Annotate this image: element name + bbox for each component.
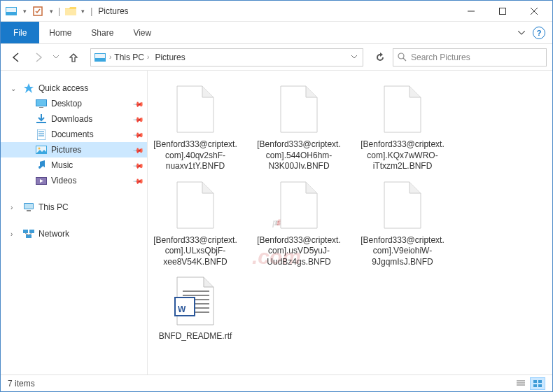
unknown-file-icon bbox=[378, 82, 427, 136]
music-icon bbox=[36, 160, 47, 171]
nav-bar: › This PC › Pictures Search Pictures bbox=[1, 44, 552, 71]
unknown-file-icon bbox=[274, 178, 323, 232]
svg-rect-6 bbox=[499, 8, 505, 14]
desktop-icon bbox=[36, 98, 47, 109]
breadcrumb-this-pc[interactable]: This PC › bbox=[111, 52, 152, 62]
this-pc-label: This PC bbox=[38, 202, 69, 212]
breadcrumb-dropdown[interactable] bbox=[346, 55, 363, 59]
svg-rect-11 bbox=[95, 58, 105, 61]
svg-rect-50 bbox=[538, 384, 542, 387]
sidebar-item-label: Desktop bbox=[51, 99, 82, 108]
svg-rect-29 bbox=[27, 210, 31, 211]
sidebar-item-music[interactable]: Music📌 bbox=[1, 158, 147, 173]
item-count: 7 items bbox=[8, 379, 35, 388]
search-input[interactable]: Search Pictures bbox=[393, 48, 547, 66]
close-button[interactable] bbox=[518, 1, 550, 21]
file-label: [Benford333@criptext.com].40qv2shF-nuaxv… bbox=[153, 139, 237, 172]
tab-home[interactable]: Home bbox=[39, 22, 81, 43]
this-pc-node[interactable]: › This PC bbox=[1, 200, 147, 215]
sidebar-item-label: Pictures bbox=[51, 145, 81, 155]
chevron-right-icon[interactable]: › bbox=[10, 230, 19, 238]
quick-access-toolbar: ▾ ▾ bbox=[4, 4, 55, 19]
sidebar-item-label: Downloads bbox=[51, 114, 92, 124]
qat-dropdown[interactable]: ▾ bbox=[20, 4, 29, 19]
svg-line-13 bbox=[403, 58, 406, 61]
forward-button[interactable] bbox=[29, 48, 48, 67]
maximize-button[interactable] bbox=[486, 1, 518, 21]
recent-dropdown[interactable] bbox=[51, 48, 61, 67]
sidebar-item-label: Documents bbox=[51, 130, 94, 139]
unknown-file-icon bbox=[171, 82, 220, 136]
up-button[interactable] bbox=[64, 48, 83, 67]
help-icon[interactable]: ? bbox=[533, 27, 545, 39]
pin-icon: 📌 bbox=[133, 160, 144, 171]
qat-customize-dropdown[interactable]: ▾ bbox=[81, 8, 85, 15]
pictures-location-icon bbox=[91, 53, 109, 62]
pin-icon: 📌 bbox=[133, 175, 144, 186]
file-tab[interactable]: File bbox=[1, 22, 39, 43]
file-item[interactable]: WBNFD_README.rtf bbox=[153, 274, 237, 342]
svg-rect-47 bbox=[533, 380, 537, 383]
svg-rect-28 bbox=[24, 204, 33, 209]
breadcrumb[interactable]: › This PC › Pictures bbox=[90, 48, 363, 66]
svg-rect-30 bbox=[23, 230, 28, 233]
title-bar: ▾ ▾ | ▾ | Pictures bbox=[1, 1, 552, 22]
file-label: [Benford333@criptext.com].KQx7wWRO-iTtxz… bbox=[360, 139, 444, 172]
file-label: [Benford333@criptext.com].V9eiohiW-9Jgqm… bbox=[360, 235, 444, 268]
file-item[interactable]: [Benford333@criptext.com].KQx7wWRO-iTtxz… bbox=[360, 82, 444, 172]
file-item[interactable]: [Benford333@criptext.com].V9eiohiW-9Jgqm… bbox=[360, 178, 444, 268]
file-label: [Benford333@criptext.com].usVD5yuJ-UudBz… bbox=[257, 235, 341, 268]
sidebar-item-desktop[interactable]: Desktop📌 bbox=[1, 96, 147, 111]
file-label: BNFD_README.rtf bbox=[159, 331, 232, 342]
icons-view-button[interactable] bbox=[530, 377, 545, 390]
properties-icon[interactable] bbox=[30, 4, 46, 19]
svg-rect-17 bbox=[36, 122, 46, 123]
unknown-file-icon bbox=[171, 178, 220, 232]
pin-icon: 📌 bbox=[133, 98, 144, 109]
file-item[interactable]: [Benford333@criptext.com].usVD5yuJ-UudBz… bbox=[257, 178, 341, 268]
pin-icon: 📌 bbox=[133, 113, 144, 125]
window-title: Pictures bbox=[98, 6, 128, 16]
chevron-right-icon[interactable]: › bbox=[10, 204, 19, 211]
network-icon bbox=[23, 228, 34, 239]
svg-point-24 bbox=[38, 148, 41, 150]
tab-share[interactable]: Share bbox=[81, 22, 123, 43]
breadcrumb-pictures[interactable]: Pictures bbox=[152, 52, 188, 62]
sidebar-item-label: Music bbox=[51, 160, 73, 170]
sidebar-item-downloads[interactable]: Downloads📌 bbox=[1, 111, 147, 127]
folder-icon bbox=[63, 4, 78, 19]
sidebar-item-videos[interactable]: Videos📌 bbox=[1, 173, 147, 188]
pictures-icon[interactable] bbox=[4, 4, 19, 19]
ribbon: File Home Share View ? bbox=[1, 22, 552, 44]
quick-access-node[interactable]: ⌄ Quick access bbox=[1, 80, 147, 96]
qat-dropdown-2[interactable]: ▾ bbox=[47, 4, 55, 19]
svg-rect-2 bbox=[6, 12, 16, 15]
chevron-down-icon[interactable]: ⌄ bbox=[10, 85, 19, 92]
network-node[interactable]: › Network bbox=[1, 226, 147, 241]
tab-view[interactable]: View bbox=[123, 22, 161, 43]
details-view-button[interactable] bbox=[513, 377, 528, 390]
documents-icon bbox=[36, 129, 47, 140]
sidebar-item-documents[interactable]: Documents📌 bbox=[1, 127, 147, 142]
back-button[interactable] bbox=[6, 48, 26, 67]
unknown-file-icon bbox=[378, 178, 427, 232]
search-placeholder: Search Pictures bbox=[411, 52, 470, 62]
pictures-icon bbox=[36, 144, 47, 155]
separator: | bbox=[90, 6, 92, 16]
search-icon bbox=[398, 52, 407, 62]
navigation-tree: ⌄ Quick access Desktop📌Downloads📌Documen… bbox=[1, 71, 148, 374]
sidebar-item-pictures[interactable]: Pictures📌 bbox=[1, 142, 147, 158]
svg-rect-31 bbox=[29, 230, 34, 233]
pin-icon: 📌 bbox=[133, 129, 144, 140]
sidebar-item-label: Videos bbox=[51, 176, 76, 186]
quick-access-label: Quick access bbox=[38, 83, 88, 93]
svg-rect-4 bbox=[65, 9, 76, 15]
refresh-button[interactable] bbox=[370, 48, 390, 67]
expand-ribbon-icon[interactable] bbox=[510, 31, 533, 35]
file-item[interactable]: [Benford333@criptext.com].ULxsQbjF-xee8V… bbox=[153, 178, 237, 268]
file-item[interactable]: [Benford333@criptext.com].544OH6hm-N3K00… bbox=[257, 82, 341, 172]
minimize-button[interactable] bbox=[455, 1, 486, 21]
file-pane[interactable]: [Benford333@criptext.com].40qv2shF-nuaxv… bbox=[148, 71, 552, 374]
rtf-file-icon: W bbox=[171, 274, 220, 328]
file-item[interactable]: [Benford333@criptext.com].40qv2shF-nuaxv… bbox=[153, 82, 237, 172]
